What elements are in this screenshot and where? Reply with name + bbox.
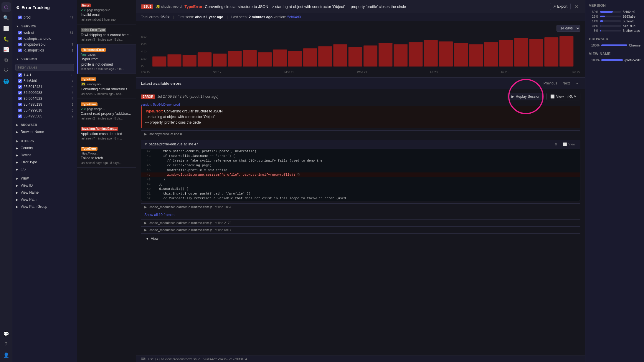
filter-item-view-id[interactable]: ▶ View ID (12, 182, 77, 189)
filter-section-version: ▼ Version 1.4.1 8 5cb64d0 7 35.5012431 6… (12, 54, 77, 120)
filter-item-view-name[interactable]: ▶ View Name (12, 189, 77, 196)
filter-item-os[interactable]: ▶ OS (12, 166, 77, 173)
filter-section-version-header[interactable]: ▼ Version (12, 56, 77, 63)
filter-checkbox-prod[interactable] (18, 16, 22, 19)
code-block: 42 this.$store.commit('profile/update', … (141, 149, 580, 201)
sidebar-icons: ⬡ 🔍 ⬜ 🐛 📈 ⧉ 🛡 🌐 💬 ? 👤 (0, 0, 12, 362)
sidebar-icon-layers[interactable]: ⧉ (1, 55, 11, 65)
filter-checkbox-v7[interactable] (18, 109, 22, 112)
prev-button[interactable]: Previous (542, 81, 559, 86)
filter-label-os: OS (21, 167, 26, 171)
filter-item-device[interactable]: ▶ Device (12, 152, 77, 159)
sidebar-icon-monitor[interactable]: ⬜ (1, 24, 11, 33)
sidebar-icon-search[interactable]: 🔍 (1, 13, 11, 22)
filter-section-service-header[interactable]: ▼ Service (12, 23, 77, 30)
filter-section-browser-header[interactable]: ▶ BROWSER (12, 122, 77, 128)
sidebar-icon-help[interactable]: ? (1, 340, 11, 349)
chart-label-1: Sat 17 (213, 71, 222, 74)
replay-session-button[interactable]: ▶ Replay Session (508, 93, 544, 100)
view-github-button[interactable]: ⬜ View (561, 142, 577, 147)
svg-rect-21 (394, 44, 407, 67)
timestamp-value: Jul 27 09:38:42.940 (157, 94, 188, 99)
js-icon-header: JS (156, 5, 160, 9)
filter-checkbox-web-ui[interactable] (18, 31, 22, 34)
sidebar-icon-shield[interactable]: 🛡 (1, 66, 11, 75)
sidebar-icon-chat[interactable]: 💬 (1, 329, 11, 338)
next-button[interactable]: Next (561, 81, 572, 86)
error-entry-header: ERROR Jul 27 09:38:42.940 (about 1 hour … (141, 93, 580, 100)
issue-item-4[interactable]: TypeError Vue pages/depa... Cannot read … (77, 99, 136, 123)
filter-count-v5: 4 (72, 97, 73, 100)
sidebar-icon-bug[interactable]: 🐛 (1, 34, 11, 44)
issue-service-name-4: pages/depa... (87, 107, 105, 111)
filter-item-v7[interactable]: 35.4999018 3 (12, 107, 77, 113)
view-name-item-0: 100% /profile-edit (589, 58, 640, 62)
sidebar-icon-logo[interactable]: ⬡ (1, 2, 11, 12)
filter-checkbox-v4[interactable] (18, 91, 22, 94)
issue-item-1[interactable]: ⊖ No Error Type Tax&shipping cost cannot… (77, 24, 136, 45)
filter-section-prod: prod 47 (12, 13, 77, 21)
filter-label-view-id: View ID (21, 183, 33, 187)
sidebar-icon-globe[interactable]: 🌐 (1, 77, 11, 86)
version-label: version: (274, 15, 286, 19)
view-section-header[interactable]: ▼ View (146, 237, 576, 241)
filter-item-error-type[interactable]: ▶ Error Type (12, 159, 77, 166)
show-all-frames-button[interactable]: Show all 10 frames (141, 210, 580, 219)
stack-item-vue1[interactable]: ▶ ./node_modules/vue/dist/vue.runtime.es… (141, 203, 580, 210)
filter-checkbox-ios[interactable] (18, 49, 22, 52)
filter-checkbox-v8[interactable] (18, 114, 22, 118)
version-filter-input[interactable] (15, 64, 74, 71)
next-arrow[interactable]: → (573, 81, 580, 86)
filter-item-web-ui[interactable]: web-ui 31 (12, 30, 77, 36)
filter-checkbox-v2[interactable] (18, 79, 22, 83)
filter-checkbox-v1[interactable] (18, 73, 22, 77)
filter-item-v3[interactable]: 35.5012431 6 (12, 84, 77, 90)
filter-item-v6[interactable]: 35.4995139 3 (12, 102, 77, 107)
filter-item-v2[interactable]: 5cb64d0 7 (12, 78, 77, 84)
stack-item-vue2[interactable]: ▶ ./node_modules/vue/dist/vue.runtime.es… (141, 219, 580, 226)
filter-checkbox-shopist-web-ui[interactable] (18, 43, 22, 46)
issue-item-2[interactable]: ReferenceError Vue pages TypeError: prof… (77, 44, 136, 74)
copy-code-button[interactable]: ⧉ (553, 142, 559, 147)
issue-item-5[interactable]: java.lang.RuntimeExce... Application cra… (77, 123, 136, 144)
filter-checkbox-android[interactable] (18, 37, 22, 40)
stack-item-anon[interactable]: ▶ <anonymous> at line 0 (141, 130, 580, 137)
filter-item-android[interactable]: io.shopist.android (12, 36, 77, 41)
chart-label-6: Tue 27 (571, 71, 580, 74)
filter-item-v4[interactable]: 35.5006988 4 (12, 90, 77, 96)
time-range-select[interactable]: 14 days (557, 25, 580, 32)
issue-subtitle-2: profile is not defined (81, 62, 132, 67)
filter-section-view-header[interactable]: ▶ VIEW (12, 175, 77, 182)
issue-item-0[interactable]: Error Vue pages/signup.vue Invalid email… (77, 0, 136, 24)
stack-item-vue3[interactable]: ▶ ./node_modules/vue/dist/vue.runtime.es… (141, 226, 580, 233)
filter-item-shopist-web-ui[interactable]: shopist-web-ui 7 (12, 41, 77, 47)
filter-checkbox-v3[interactable] (18, 85, 22, 89)
issue-item-6[interactable]: TypeError https://www... Failed to fetch… (77, 143, 136, 168)
copy-line-icon[interactable]: ⧉ (298, 173, 300, 177)
issue-type-badge: ISSUE (141, 4, 153, 9)
issue-badge-5: java.lang.RuntimeExce... (81, 127, 118, 131)
filter-item-browser-name[interactable]: ▶ Browser Name (12, 128, 77, 135)
chevron-right-icon-bname: ▶ (16, 130, 18, 134)
toggle-code-button[interactable]: ▼ (144, 142, 148, 146)
issue-badge-2: ReferenceError (81, 48, 106, 52)
sidebar-icon-chart[interactable]: 📈 (1, 45, 11, 54)
issues-list: Error Vue pages/signup.vue Invalid email… (77, 0, 136, 362)
filter-item-ios[interactable]: io.shopist.ios 1 (12, 47, 77, 53)
filter-item-country[interactable]: ▶ Country (12, 145, 77, 152)
filter-item-prod[interactable]: prod 47 (12, 14, 77, 20)
filter-item-view-path-group[interactable]: ▶ View Path Group (12, 203, 77, 210)
filter-checkbox-v5[interactable] (18, 97, 22, 100)
filter-item-v8[interactable]: 35.4995505 2 (12, 113, 77, 119)
filter-item-v1[interactable]: 1.4.1 8 (12, 72, 77, 78)
sidebar-icon-user[interactable]: 👤 (1, 350, 11, 360)
header-actions: ↗ Export ✕ (550, 3, 580, 10)
filter-item-v5[interactable]: 35.5044523 4 (12, 96, 77, 102)
filter-section-others-header[interactable]: ▶ OTHERS (12, 138, 77, 145)
view-in-rum-button[interactable]: ⬜ View in RUM (546, 93, 580, 100)
export-button[interactable]: ↗ Export (550, 3, 571, 10)
close-button[interactable]: ✕ (573, 3, 580, 10)
filter-item-view-path[interactable]: ▶ View Path (12, 196, 77, 203)
issue-item-3[interactable]: TypeEror JS <anonymou... Converting circ… (77, 74, 136, 99)
filter-checkbox-v6[interactable] (18, 103, 22, 106)
